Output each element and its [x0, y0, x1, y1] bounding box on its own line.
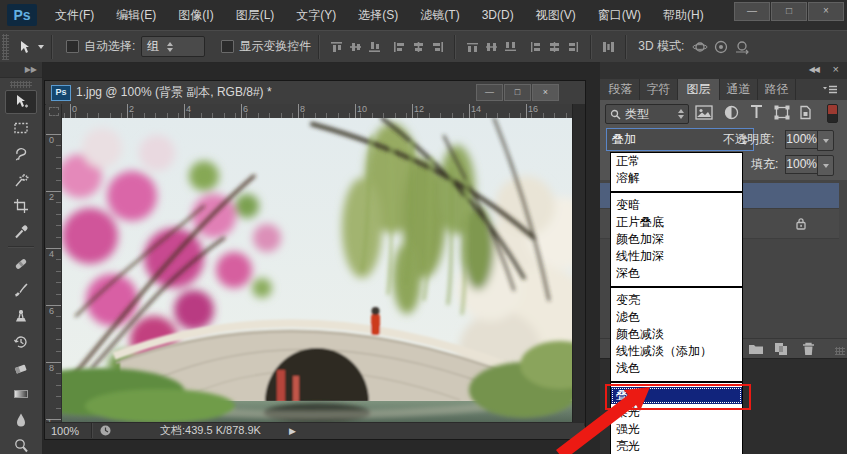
clone-stamp-tool[interactable] [5, 304, 37, 328]
filter-smart-objects-icon[interactable] [798, 105, 813, 120]
menu-file[interactable]: 文件(F) [44, 0, 105, 30]
fill-value-field[interactable]: 100% [785, 155, 821, 174]
tab-layers[interactable]: 图层 [678, 79, 720, 100]
canvas[interactable] [62, 118, 572, 425]
distribute-right-edges-icon[interactable] [566, 40, 581, 54]
collapse-panels-icon[interactable]: ◀◀ [809, 65, 819, 74]
blend-mode-option-lighten[interactable]: 变亮 [611, 292, 742, 309]
blend-mode-option-dissolve[interactable]: 溶解 [611, 170, 742, 187]
align-bottom-edges-icon[interactable] [367, 40, 382, 54]
eyedropper-tool[interactable] [5, 220, 37, 244]
document-close-button[interactable]: × [532, 84, 559, 101]
align-right-edges-icon[interactable] [430, 40, 445, 54]
blend-mode-option-lighter-color[interactable]: 浅色 [611, 360, 742, 377]
distribute-vertical-centers-icon[interactable] [484, 40, 499, 54]
blend-mode-option-vivid-light[interactable]: 亮光 [611, 438, 742, 454]
panel-menu-icon[interactable] [823, 85, 837, 95]
delete-layer-icon[interactable] [802, 342, 815, 356]
3d-orbit-icon[interactable] [692, 39, 709, 55]
toolbar-expand-icon[interactable]: ▶▶ [0, 62, 42, 78]
blend-mode-option-linear-burn[interactable]: 线性加深 [611, 248, 742, 265]
lasso-tool[interactable] [5, 142, 37, 166]
distribute-left-edges-icon[interactable] [528, 40, 543, 54]
blur-tool[interactable] [5, 408, 37, 432]
filter-shape-layers-icon[interactable] [774, 105, 790, 120]
show-transform-checkbox[interactable] [221, 40, 234, 53]
blend-mode-option-multiply[interactable]: 正片叠底 [611, 214, 742, 231]
tool-preset-dropdown-icon[interactable] [38, 45, 44, 49]
new-layer-icon[interactable] [774, 342, 788, 356]
3d-drag-icon[interactable] [734, 39, 751, 55]
opacity-dropdown-icon[interactable] [817, 130, 834, 151]
blend-mode-option-normal[interactable]: 正常 [611, 153, 742, 170]
blend-mode-option-darker-color[interactable]: 深色 [611, 265, 742, 282]
distribute-horizontal-centers-icon[interactable] [547, 40, 562, 54]
minimize-button[interactable]: — [734, 2, 770, 21]
3d-roll-icon[interactable] [713, 39, 730, 55]
gradient-tool[interactable] [5, 382, 37, 406]
document-title: 1.jpg @ 100% (背景 副本, RGB/8#) * [76, 81, 272, 104]
tab-character[interactable]: 字符 [640, 79, 678, 100]
rectangular-marquee-tool[interactable] [5, 116, 37, 140]
filter-pixel-layers-icon[interactable] [695, 105, 713, 120]
dodge-tool[interactable] [5, 434, 37, 454]
close-button[interactable]: × [808, 2, 844, 21]
menu-filter[interactable]: 滤镜(T) [409, 0, 470, 30]
distribute-spacing-icon[interactable] [601, 40, 616, 54]
filter-kind-dropdown[interactable]: 类型 [605, 104, 689, 124]
blend-mode-option-linear-dodge[interactable]: 线性减淡（添加） [611, 343, 742, 360]
move-tool-preview-icon[interactable] [15, 38, 33, 56]
healing-brush-tool[interactable] [5, 252, 37, 276]
menu-separator [611, 286, 742, 288]
menu-edit[interactable]: 编辑(E) [105, 0, 167, 30]
filtering-toggle[interactable] [827, 104, 838, 123]
distribute-top-edges-icon[interactable] [465, 40, 480, 54]
menu-3d[interactable]: 3D(D) [471, 0, 525, 30]
document-titlebar[interactable]: Ps 1.jpg @ 100% (背景 副本, RGB/8#) * — □ × [45, 81, 585, 105]
document-minimize-button[interactable]: — [476, 84, 503, 101]
magic-wand-tool[interactable] [5, 168, 37, 192]
align-horizontal-centers-icon[interactable] [411, 40, 426, 54]
new-group-icon[interactable] [748, 342, 764, 355]
menu-help[interactable]: 帮助(H) [652, 0, 715, 30]
menu-select[interactable]: 选择(S) [347, 0, 409, 30]
blend-mode-option-color-dodge[interactable]: 颜色减淡 [611, 326, 742, 343]
brush-tool[interactable] [5, 278, 37, 302]
document-maximize-button[interactable]: □ [504, 84, 531, 101]
tab-channels[interactable]: 通道 [720, 79, 758, 100]
opacity-value-field[interactable]: 100% [785, 130, 821, 149]
crop-tool[interactable] [5, 194, 37, 218]
options-bar-grip[interactable] [2, 34, 9, 60]
move-tool[interactable] [5, 90, 37, 114]
filter-type-layers-icon[interactable] [749, 104, 764, 120]
ruler-mark: 4 [186, 105, 191, 114]
filter-adjustment-layers-icon[interactable] [724, 105, 739, 120]
maximize-button[interactable]: □ [771, 2, 807, 21]
menu-image[interactable]: 图像(I) [167, 0, 224, 30]
align-left-edges-icon[interactable] [392, 40, 407, 54]
menu-window[interactable]: 窗口(W) [587, 0, 652, 30]
blend-mode-option-screen[interactable]: 滤色 [611, 309, 742, 326]
history-brush-tool[interactable] [5, 330, 37, 354]
tab-paragraph[interactable]: 段落 [602, 79, 640, 100]
align-vertical-centers-icon[interactable] [348, 40, 363, 54]
eraser-tool[interactable] [5, 356, 37, 380]
align-top-edges-icon[interactable] [329, 40, 344, 54]
fill-dropdown-icon[interactable] [817, 155, 834, 176]
dock-close-icon[interactable]: × [833, 63, 839, 75]
ruler-origin-corner[interactable] [46, 104, 62, 119]
zoom-level-field[interactable]: 100% [51, 425, 91, 437]
status-options-arrow-icon[interactable]: ▶ [289, 426, 296, 436]
toolbar-grip[interactable] [10, 81, 32, 88]
blend-mode-option-darken[interactable]: 变暗 [611, 197, 742, 214]
tab-paths[interactable]: 路径 [758, 79, 796, 100]
menu-view[interactable]: 视图(V) [525, 0, 587, 30]
auto-select-checkbox[interactable] [66, 40, 79, 53]
menu-layer[interactable]: 图层(L) [225, 0, 286, 30]
panel-resize-grip[interactable] [835, 347, 845, 355]
blend-mode-option-color-burn[interactable]: 颜色加深 [611, 231, 742, 248]
auto-select-dropdown[interactable]: 组 [141, 36, 205, 57]
distribute-bottom-edges-icon[interactable] [503, 40, 518, 54]
blend-mode-option-hard-light[interactable]: 强光 [611, 421, 742, 438]
menu-type[interactable]: 文字(Y) [285, 0, 347, 30]
